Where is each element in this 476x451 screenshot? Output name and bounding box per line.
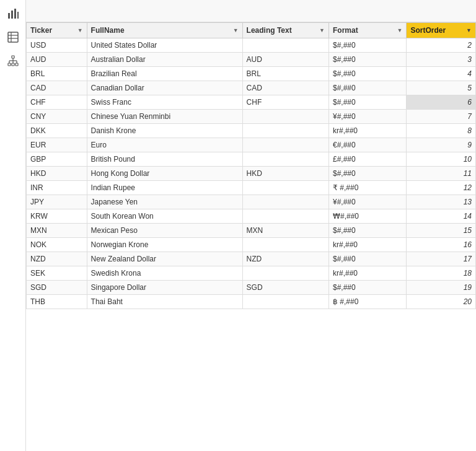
- table-row: BRLBrazilian RealBRL$#,##04: [27, 67, 476, 81]
- cell-fullname: Swedish Krona: [87, 266, 242, 281]
- cell-ticker: SGD: [27, 281, 87, 295]
- cell-leading: AUD: [242, 53, 328, 67]
- cancel-button[interactable]: [31, 2, 48, 20]
- cell-ticker: DKK: [27, 124, 87, 138]
- cell-sortorder: 4: [407, 67, 476, 81]
- cell-sortorder: 10: [407, 152, 476, 167]
- cell-sortorder: 19: [407, 281, 476, 295]
- column-header-ticker[interactable]: Ticker▼: [27, 23, 87, 38]
- column-header-fullname[interactable]: FullName▼: [87, 23, 242, 38]
- cell-format: kr#,##0: [328, 238, 406, 252]
- cell-fullname: United States Dollar: [87, 38, 242, 53]
- cell-ticker: NZD: [27, 252, 87, 266]
- svg-rect-9: [8, 63, 11, 66]
- dropdown-icon-fullname[interactable]: ▼: [233, 27, 239, 33]
- cell-leading: [242, 266, 328, 281]
- cell-fullname: Swiss Franc: [87, 95, 242, 110]
- cell-leading: [242, 152, 328, 167]
- cell-sortorder: 3: [407, 53, 476, 67]
- cell-leading: [242, 138, 328, 152]
- column-header-leading[interactable]: Leading Text▼: [242, 23, 328, 38]
- cell-format: ¥#,##0: [328, 110, 406, 124]
- cell-leading: [242, 38, 328, 53]
- cell-ticker: CAD: [27, 81, 87, 95]
- cell-sortorder: 13: [407, 195, 476, 209]
- svg-rect-8: [12, 56, 14, 58]
- table-row: NZDNew Zealand DollarNZD$#,##017: [27, 252, 476, 266]
- table-row: SGDSingapore DollarSGD$#,##019: [27, 281, 476, 295]
- table-row: INRIndian Rupee₹ #,##012: [27, 181, 476, 195]
- cell-sortorder: 7: [407, 110, 476, 124]
- cell-sortorder: 14: [407, 209, 476, 224]
- cell-format: $#,##0: [328, 38, 406, 53]
- cell-sortorder: 11: [407, 167, 476, 181]
- cell-fullname: Danish Krone: [87, 124, 242, 138]
- cell-leading: BRL: [242, 67, 328, 81]
- confirm-button[interactable]: [52, 2, 69, 20]
- cell-ticker: JPY: [27, 195, 87, 209]
- cell-sortorder: 20: [407, 295, 476, 309]
- cell-format: ₹ #,##0: [328, 181, 406, 195]
- cell-format: $#,##0: [328, 167, 406, 181]
- svg-rect-0: [8, 13, 10, 19]
- dropdown-icon-format[interactable]: ▼: [397, 27, 403, 33]
- cell-leading: [242, 124, 328, 138]
- table-row: GBPBritish Pound£#,##010: [27, 152, 476, 167]
- cell-ticker: HKD: [27, 167, 87, 181]
- table-row: NOKNorwegian Kronekr#,##016: [27, 238, 476, 252]
- hierarchy-icon[interactable]: [2, 50, 24, 72]
- chart-icon[interactable]: [2, 2, 24, 25]
- table-row: EUREuro€#,##09: [27, 138, 476, 152]
- cell-leading: CAD: [242, 81, 328, 95]
- table-row: AUDAustralian DollarAUD$#,##03: [27, 53, 476, 67]
- cell-ticker: CNY: [27, 110, 87, 124]
- cell-format: ฿ #,##0: [328, 295, 406, 309]
- column-label-sortorder: SortOrder: [410, 26, 446, 35]
- cell-ticker: THB: [27, 295, 87, 309]
- svg-rect-11: [15, 63, 18, 66]
- cell-sortorder: 17: [407, 252, 476, 266]
- table-row: HKDHong Kong DollarHKD$#,##011: [27, 167, 476, 181]
- cell-fullname: Japanese Yen: [87, 195, 242, 209]
- cell-format: kr#,##0: [328, 124, 406, 138]
- cell-format: ¥#,##0: [328, 195, 406, 209]
- cell-format: $#,##0: [328, 224, 406, 238]
- cell-format: $#,##0: [328, 281, 406, 295]
- svg-rect-2: [14, 9, 16, 19]
- cell-ticker: EUR: [27, 138, 87, 152]
- cell-fullname: Euro: [87, 138, 242, 152]
- column-header-sortorder[interactable]: SortOrder▼: [407, 23, 476, 38]
- cell-fullname: British Pound: [87, 152, 242, 167]
- table-row: CHFSwiss FrancCHF$#,##06: [27, 95, 476, 110]
- cell-fullname: Brazilian Real: [87, 67, 242, 81]
- cell-fullname: Singapore Dollar: [87, 281, 242, 295]
- cell-fullname: South Korean Won: [87, 209, 242, 224]
- table-row: JPYJapanese Yen¥#,##013: [27, 195, 476, 209]
- cell-leading: [242, 238, 328, 252]
- cell-ticker: KRW: [27, 209, 87, 224]
- table-row: MXNMexican PesoMXN$#,##015: [27, 224, 476, 238]
- table-row: CNYChinese Yuan Renminbi¥#,##07: [27, 110, 476, 124]
- column-label-fullname: FullName: [91, 26, 125, 35]
- cell-fullname: Norwegian Krone: [87, 238, 242, 252]
- cell-fullname: Chinese Yuan Renminbi: [87, 110, 242, 124]
- toolbar: [26, 0, 476, 22]
- cell-fullname: Hong Kong Dollar: [87, 167, 242, 181]
- table-icon[interactable]: [2, 26, 24, 48]
- dropdown-icon-leading[interactable]: ▼: [319, 27, 325, 33]
- cell-leading: HKD: [242, 167, 328, 181]
- cell-ticker: GBP: [27, 152, 87, 167]
- column-header-format[interactable]: Format▼: [328, 23, 406, 38]
- dropdown-icon-sortorder[interactable]: ▼: [466, 27, 472, 33]
- column-label-leading: Leading Text: [247, 26, 292, 35]
- cell-ticker: MXN: [27, 224, 87, 238]
- svg-rect-4: [8, 32, 18, 42]
- cell-format: $#,##0: [328, 95, 406, 110]
- svg-rect-10: [12, 63, 14, 66]
- cell-leading: [242, 295, 328, 309]
- cell-fullname: Indian Rupee: [87, 181, 242, 195]
- cell-format: ₩#,##0: [328, 209, 406, 224]
- cell-leading: CHF: [242, 95, 328, 110]
- dropdown-icon-ticker[interactable]: ▼: [77, 27, 83, 33]
- data-table: Ticker▼FullName▼Leading Text▼Format▼Sort…: [26, 22, 476, 309]
